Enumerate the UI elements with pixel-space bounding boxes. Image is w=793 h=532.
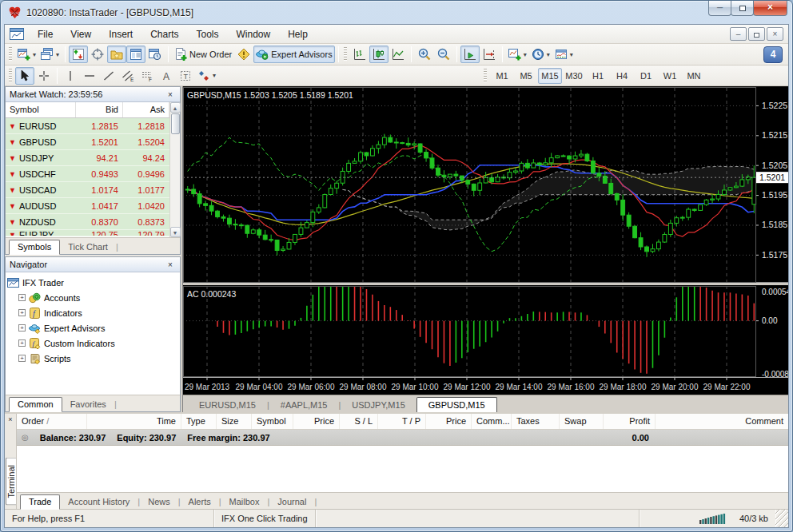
scrollbar-thumb[interactable] bbox=[171, 113, 180, 134]
text-label-tool-button[interactable]: T bbox=[176, 67, 195, 85]
tree-item-scripts[interactable]: + Scripts bbox=[7, 351, 178, 366]
resize-grip[interactable] bbox=[775, 510, 788, 527]
chart-tab-aapl[interactable]: #AAPL,M15 bbox=[269, 398, 339, 412]
zoom-out-button[interactable] bbox=[434, 46, 453, 63]
chart-minimize-button[interactable]: – bbox=[730, 27, 747, 41]
close-icon[interactable]: × bbox=[165, 90, 176, 99]
trendline-tool-button[interactable] bbox=[99, 67, 118, 85]
menu-help[interactable]: Help bbox=[279, 26, 317, 42]
market-watch-header[interactable]: Market Watch: 23:59:56 × bbox=[6, 87, 180, 102]
column-ask[interactable]: Ask bbox=[123, 102, 169, 117]
tree-item-ifx-trader[interactable]: IFX Trader bbox=[7, 275, 178, 290]
column-tp[interactable]: T / P bbox=[378, 414, 426, 429]
scroll-down-icon[interactable]: ▼ bbox=[170, 227, 181, 237]
toolbar-grip[interactable] bbox=[9, 47, 12, 62]
chart-shift-button[interactable] bbox=[480, 46, 499, 63]
terminal-toggle-button[interactable] bbox=[126, 46, 145, 63]
timeframe-d1[interactable]: D1 bbox=[634, 68, 658, 84]
metaeditor-warning-button[interactable] bbox=[234, 46, 253, 63]
quote-row-eurjpy[interactable]: ▼EURJPY 120.75120.79 bbox=[6, 230, 169, 236]
quote-row-nzdusd[interactable]: ▼NZDUSD 0.83700.8373 bbox=[6, 214, 169, 230]
tab-trade[interactable]: Trade bbox=[20, 494, 60, 510]
periods-button[interactable]: ▾ bbox=[529, 46, 552, 63]
column-symbol[interactable]: Symbol bbox=[252, 414, 293, 429]
tree-item-expert-advisors[interactable]: + Expert Advisors bbox=[7, 320, 178, 335]
expand-icon[interactable]: + bbox=[18, 324, 26, 332]
timeframe-m1[interactable]: M1 bbox=[490, 68, 514, 84]
horizontal-line-tool-button[interactable] bbox=[80, 67, 99, 85]
tree-item-indicators[interactable]: + f Indicators bbox=[7, 305, 178, 320]
tab-tick-chart[interactable]: Tick Chart bbox=[60, 240, 116, 254]
window-maximize-button[interactable] bbox=[731, 1, 754, 16]
menu-charts[interactable]: Charts bbox=[141, 26, 187, 42]
quote-row-audusd[interactable]: ▼AUDUSD 1.04171.0420 bbox=[6, 198, 169, 214]
menu-insert[interactable]: Insert bbox=[100, 26, 141, 42]
price-chart[interactable]: 29 Mar 201329 Mar 04:0029 Mar 06:0029 Ma… bbox=[183, 86, 788, 395]
tab-journal[interactable]: Journal bbox=[269, 495, 314, 509]
zoom-in-button[interactable] bbox=[415, 46, 434, 63]
close-icon[interactable]: × bbox=[8, 414, 12, 425]
toolbar-grip[interactable] bbox=[344, 47, 347, 62]
timeframe-mn[interactable]: MN bbox=[682, 68, 706, 84]
arrows-tool-button[interactable]: ▾ bbox=[195, 67, 218, 85]
window-minimize-button[interactable]: ─ bbox=[708, 1, 731, 16]
tree-item-accounts[interactable]: + Accounts bbox=[7, 290, 178, 305]
chart-tab-eurusd[interactable]: EURUSD,M15 bbox=[188, 398, 267, 412]
expert-advisors-button[interactable]: Expert Advisors bbox=[253, 46, 334, 63]
timeframe-h1[interactable]: H1 bbox=[586, 68, 610, 84]
new-chart-button[interactable]: ▾ bbox=[15, 46, 38, 63]
column-bid[interactable]: Bid bbox=[76, 102, 123, 117]
quote-row-usdchf[interactable]: ▼USDCHF 0.94930.9496 bbox=[6, 166, 169, 182]
column-taxes[interactable]: Taxes bbox=[512, 414, 560, 429]
strategy-tester-button[interactable] bbox=[145, 46, 165, 63]
toolbar-grip[interactable] bbox=[484, 69, 487, 83]
fibonacci-tool-button[interactable]: F bbox=[137, 67, 157, 85]
channel-tool-button[interactable]: E bbox=[118, 67, 137, 85]
quote-row-eurusd[interactable]: ▼EURUSD 1.28151.2818 bbox=[6, 118, 169, 134]
balance-row[interactable]: ◎ Balance: 230.97 Equity: 230.97 Free ma… bbox=[17, 430, 788, 446]
column-size[interactable]: Size bbox=[217, 414, 252, 429]
one-click-trading-status[interactable]: IFX One Click Trading bbox=[214, 510, 316, 527]
expand-icon[interactable]: + bbox=[18, 294, 26, 301]
column-sl[interactable]: S / L bbox=[340, 414, 378, 429]
column-price-current[interactable]: Price bbox=[426, 414, 472, 429]
column-type[interactable]: Type bbox=[181, 414, 217, 429]
menu-tools[interactable]: Tools bbox=[188, 26, 228, 42]
column-comment[interactable]: Comment bbox=[656, 414, 788, 429]
profiles-button[interactable]: ▾ bbox=[38, 46, 62, 63]
quote-row-gbpusd[interactable]: ▼GBPUSD 1.52011.5204 bbox=[6, 134, 169, 150]
timeframe-h4[interactable]: H4 bbox=[610, 68, 634, 84]
tab-alerts[interactable]: Alerts bbox=[181, 495, 219, 509]
notifications-badge[interactable]: 4 bbox=[763, 46, 783, 63]
column-profit[interactable]: Profit bbox=[604, 414, 656, 429]
auto-scroll-button[interactable] bbox=[460, 46, 480, 63]
text-tool-button[interactable]: A bbox=[157, 67, 176, 85]
tab-news[interactable]: News bbox=[140, 495, 178, 509]
indicators-button[interactable]: ▾ bbox=[506, 46, 529, 63]
navigator-toggle-button[interactable] bbox=[107, 46, 126, 63]
cursor-tool-button[interactable] bbox=[15, 67, 34, 85]
quote-row-usdcad[interactable]: ▼USDCAD 1.01741.0177 bbox=[6, 182, 169, 198]
window-close-button[interactable]: × bbox=[753, 1, 787, 16]
timeframe-m30[interactable]: M30 bbox=[562, 68, 586, 84]
chart-tab-usdjpy[interactable]: USDJPY,M15 bbox=[341, 398, 416, 412]
close-icon[interactable]: × bbox=[165, 260, 176, 269]
tab-mailbox[interactable]: Mailbox bbox=[221, 495, 268, 509]
vertical-line-tool-button[interactable] bbox=[61, 67, 80, 85]
column-price-open[interactable]: Price bbox=[293, 414, 340, 429]
market-watch-scrollbar[interactable]: ▲ ▼ bbox=[169, 102, 180, 237]
column-commission[interactable]: Comm... bbox=[472, 414, 512, 429]
tab-symbols[interactable]: Symbols bbox=[9, 240, 60, 255]
data-window-button[interactable] bbox=[88, 46, 107, 63]
gbpusd-m15-chart[interactable]: 29 Mar 201329 Mar 04:0029 Mar 06:0029 Ma… bbox=[183, 86, 788, 395]
terminal-vertical-tab[interactable]: Terminal bbox=[6, 458, 16, 506]
title-bar[interactable]: 1020890: InstaTrader - [GBPUSD,M15] ─ × bbox=[1, 1, 792, 24]
tab-favorites[interactable]: Favorites bbox=[62, 398, 114, 411]
column-order[interactable]: Order / bbox=[17, 414, 87, 429]
crosshair-tool-button[interactable] bbox=[34, 67, 54, 85]
scroll-up-icon[interactable]: ▲ bbox=[170, 102, 181, 113]
timeframe-m5[interactable]: M5 bbox=[514, 68, 538, 84]
menu-window[interactable]: Window bbox=[228, 26, 280, 42]
chart-close-button[interactable]: × bbox=[767, 27, 783, 41]
quote-row-usdjpy[interactable]: ▼USDJPY 94.2194.24 bbox=[6, 150, 169, 166]
